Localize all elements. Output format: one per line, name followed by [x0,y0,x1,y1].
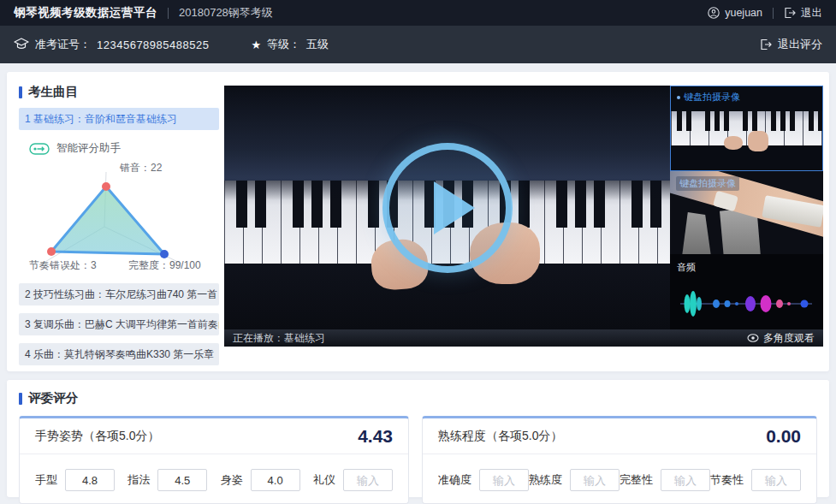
level-star-icon: ★ [251,39,261,51]
ticket-label: 准考证号： [35,37,91,52]
assistant-icon [29,143,50,155]
field-hand-shape: 手型 [35,469,115,491]
audio-waveform [675,285,817,323]
scoring-panel: 评委评分 手势姿势（各项5.0分） 4.43 手型 指法 [7,380,829,497]
song-item-3[interactable]: 3 复调乐曲：巴赫C 大调平均律第一首前奏曲 [19,313,219,335]
score-card-title: 手势姿势（各项5.0分） [35,429,159,444]
audio-track[interactable]: 音频 [670,254,823,329]
camera-1-label: 键盘拍摄录像 [677,91,740,104]
play-icon [434,181,475,234]
exam-info-bar: 准考证号： 12345678985488525 ★ 等级： 五级 退出评分 [0,26,836,63]
assistant-header: 智能评分助手 [29,141,219,156]
rhythm-input[interactable] [751,469,801,491]
exit-scoring-button[interactable]: 退出评分 [760,37,822,52]
exit-scoring-label: 退出评分 [778,37,822,52]
topbar: 钢琴视频考级数据运营平台 20180728钢琴考级 yuejuan 退出 [0,0,836,26]
multi-angle-button[interactable]: 多角度观看 [747,331,815,346]
now-playing-label: 正在播放：基础练习 [233,331,325,346]
etiquette-input[interactable] [343,469,393,491]
section-accent-bar [19,86,22,98]
accuracy-input[interactable] [479,469,529,491]
posture-input[interactable] [251,469,300,491]
session-title: 20180728钢琴考级 [179,5,273,21]
ticket-number: 12345678985488525 [97,39,209,51]
main-video[interactable] [224,86,670,329]
video-status-bar: 正在播放：基础练习 多角度观看 [224,329,823,347]
logout-button[interactable]: 退出 [784,6,822,21]
song-item-2[interactable]: 2 技巧性练习曲：车尔尼练习曲740 第一首 [19,283,219,305]
eye-icon [747,333,759,343]
field-rhythm: 节奏性 [710,469,801,491]
play-button[interactable] [382,143,513,273]
radar-label-wrong-notes: 错音：22 [120,161,162,175]
section-accent-bar [19,393,22,405]
radar-label-completeness: 完整度：99/100 [128,258,201,273]
user-menu[interactable]: yuejuan [708,7,762,19]
app-title: 钢琴视频考级数据运营平台 [14,5,157,21]
camera-2-label: 键盘拍摄录像 [676,176,739,191]
camera-panel: 键盘拍摄录像 键盘拍摄录像 音频 [670,86,823,329]
topbar-divider-2 [773,8,774,19]
audio-label: 音频 [677,261,696,274]
playlist-section-title: 考生曲目 [19,84,219,100]
level-label: 等级： [267,37,300,52]
assistant-title: 智能评分助手 [56,141,121,156]
exit-scoring-icon [760,39,772,50]
score-card-total: 0.00 [766,426,801,447]
exam-panel: 考生曲目 1 基础练习：音阶和琶音基础练习 智能评分助手 [7,72,829,371]
scoring-section-title: 评委评分 [19,390,817,406]
score-card-total: 4.43 [358,426,393,447]
active-dot-icon [677,96,680,99]
proficiency-input[interactable] [570,469,620,491]
logout-icon [784,7,796,19]
radar-chart: 错音：22 节奏错误处：3 完整度：99/100 [19,157,219,274]
logout-label: 退出 [801,6,822,21]
field-posture: 身姿 [221,469,300,491]
app-root: 钢琴视频考级数据运营平台 20180728钢琴考级 yuejuan 退出 [0,0,836,504]
camera-thumb-keyboard-side[interactable]: 键盘拍摄录像 [670,171,823,254]
user-name: yuejuan [725,7,762,19]
smart-score-assistant: 智能评分助手 [19,130,219,276]
video-zone: 键盘拍摄录像 键盘拍摄录像 音频 [224,86,823,347]
score-card-title: 熟练程度（各项5.0分） [438,429,562,444]
field-completeness: 完整性 [620,469,710,491]
field-accuracy: 准确度 [438,469,529,491]
score-card-proficiency: 熟练程度（各项5.0分） 0.00 准确度 熟练度 完整性 [422,416,817,504]
user-icon [708,7,720,19]
radar-chart-svg [29,169,205,270]
score-card-gesture: 手势姿势（各项5.0分） 4.43 手型 指法 身姿 [19,416,409,504]
graduation-cap-icon [14,38,29,51]
field-etiquette: 礼仪 [313,469,393,491]
topbar-divider [168,8,169,19]
hand-shape-input[interactable] [65,469,115,491]
level-value: 五级 [306,37,329,52]
completeness-input[interactable] [661,469,710,491]
radar-label-rhythm-errors: 节奏错误处：3 [29,258,97,273]
thumb-keyboard [671,111,822,145]
field-fingering: 指法 [127,469,207,491]
playlist-sidebar: 考生曲目 1 基础练习：音阶和琶音基础练习 智能评分助手 [19,84,219,365]
song-item-1[interactable]: 1 基础练习：音阶和琶音基础练习 [19,108,219,130]
field-proficiency: 熟练度 [529,469,620,491]
camera-thumb-keyboard-top[interactable]: 键盘拍摄录像 [670,86,823,171]
song-item-4[interactable]: 4 乐曲：莫扎特钢琴奏鸣曲K330 第一乐章 [19,343,219,365]
fingering-input[interactable] [157,469,207,491]
